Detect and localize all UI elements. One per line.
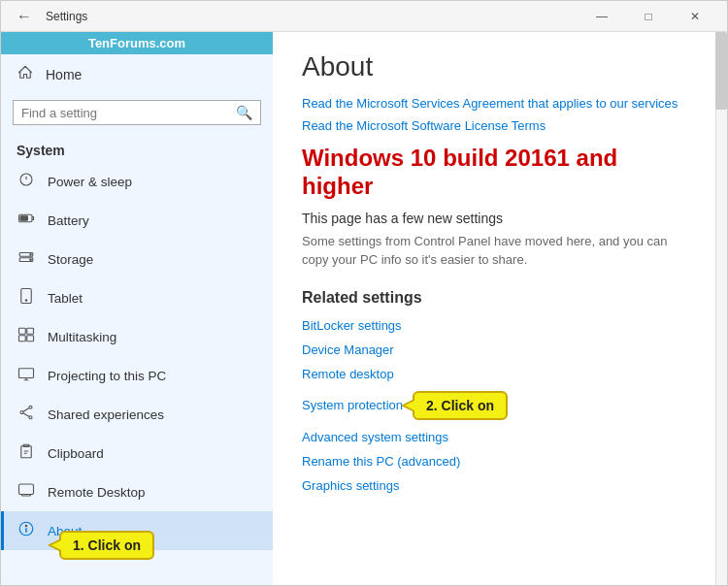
callout-about: 1. Click on bbox=[59, 531, 154, 560]
related-link-advanced-system[interactable]: Advanced system settings bbox=[302, 430, 686, 444]
sidebar-item-clipboard[interactable]: Clipboard bbox=[1, 434, 273, 472]
related-link-remote-desktop[interactable]: Remote desktop bbox=[302, 367, 686, 381]
svg-point-6 bbox=[30, 259, 32, 261]
content-panel: About Read the Microsoft Services Agreem… bbox=[273, 32, 715, 585]
svg-rect-18 bbox=[21, 446, 32, 458]
battery-icon bbox=[17, 210, 36, 231]
svg-rect-2 bbox=[20, 216, 28, 221]
tablet-icon bbox=[17, 287, 36, 309]
svg-point-5 bbox=[30, 254, 32, 256]
maximize-button[interactable]: □ bbox=[626, 1, 671, 32]
about-title: About bbox=[302, 51, 686, 82]
sidebar-item-label: Storage bbox=[48, 252, 93, 267]
svg-point-8 bbox=[25, 300, 27, 302]
sidebar-item-projecting[interactable]: Projecting to this PC bbox=[1, 356, 273, 395]
related-link-system-protection[interactable]: System protection bbox=[302, 398, 403, 412]
sidebar-item-label: Projecting to this PC bbox=[48, 369, 166, 383]
home-icon bbox=[17, 64, 34, 84]
title-bar: ← Settings — □ ✕ bbox=[1, 1, 727, 32]
sidebar-item-tablet[interactable]: Tablet bbox=[1, 278, 273, 317]
scrollbar[interactable] bbox=[715, 32, 727, 585]
sidebar-item-remote[interactable]: Remote Desktop bbox=[1, 472, 273, 511]
callout-system-protection: 2. Click on bbox=[413, 391, 508, 420]
sidebar-item-label: Tablet bbox=[48, 291, 83, 306]
svg-rect-12 bbox=[27, 336, 34, 342]
ms-services-link[interactable]: Read the Microsoft Services Agreement th… bbox=[302, 96, 686, 111]
search-icon: 🔍 bbox=[236, 105, 252, 120]
shared-icon bbox=[17, 404, 36, 425]
sidebar-item-label: Shared experiences bbox=[48, 407, 164, 422]
related-link-graphics[interactable]: Graphics settings bbox=[302, 478, 686, 493]
svg-rect-11 bbox=[19, 336, 26, 342]
storage-icon bbox=[17, 248, 36, 270]
related-link-rename-pc[interactable]: Rename this PC (advanced) bbox=[302, 454, 686, 469]
svg-point-15 bbox=[20, 411, 23, 414]
power-icon bbox=[17, 171, 36, 192]
sidebar-item-label: Battery bbox=[48, 213, 89, 228]
svg-rect-10 bbox=[27, 328, 34, 334]
sidebar-item-label: Remote Desktop bbox=[48, 485, 146, 500]
svg-point-21 bbox=[25, 525, 27, 527]
sidebar: TenForums.com Home 🔍 System Power & bbox=[1, 32, 273, 585]
back-button[interactable]: ← bbox=[11, 3, 38, 30]
search-bar[interactable]: 🔍 bbox=[13, 100, 261, 125]
callout-system-text: 2. Click on bbox=[413, 391, 508, 420]
remote-icon bbox=[17, 481, 36, 503]
page-has-text: This page has a few new settings bbox=[302, 211, 686, 226]
svg-point-16 bbox=[29, 416, 32, 419]
ms-license-link[interactable]: Read the Microsoft Software License Term… bbox=[302, 118, 686, 133]
page-desc: Some settings from Control Panel have mo… bbox=[302, 232, 686, 270]
multitasking-icon bbox=[17, 326, 36, 347]
sidebar-section-title: System bbox=[1, 135, 273, 162]
main-content: TenForums.com Home 🔍 System Power & bbox=[1, 32, 727, 585]
sidebar-item-storage[interactable]: Storage bbox=[1, 240, 273, 278]
sidebar-item-battery[interactable]: Battery bbox=[1, 201, 273, 240]
search-input[interactable] bbox=[21, 106, 230, 120]
callout-about-text: 1. Click on bbox=[59, 531, 154, 560]
sidebar-item-power-sleep[interactable]: Power & sleep bbox=[1, 162, 273, 201]
highlight-text: Windows 10 build 20161 and higher bbox=[302, 145, 686, 201]
sidebar-item-label: Power & sleep bbox=[48, 175, 132, 189]
related-settings-title: Related settings bbox=[302, 289, 686, 307]
settings-window: ← Settings — □ ✕ TenForums.com Home 🔍 bbox=[0, 0, 728, 586]
system-protection-row: System protection 2. Click on bbox=[302, 391, 686, 420]
svg-rect-9 bbox=[19, 328, 26, 334]
sidebar-item-multitasking[interactable]: Multitasking bbox=[1, 317, 273, 356]
close-button[interactable]: ✕ bbox=[673, 1, 717, 32]
projecting-icon bbox=[17, 365, 36, 386]
sidebar-item-label: Clipboard bbox=[48, 446, 104, 461]
svg-rect-19 bbox=[19, 484, 34, 495]
sidebar-item-shared[interactable]: Shared experiences bbox=[1, 395, 273, 434]
about-icon bbox=[17, 520, 36, 541]
related-link-bitlocker[interactable]: BitLocker settings bbox=[302, 318, 686, 333]
window-title: Settings bbox=[46, 10, 87, 23]
related-link-device-manager[interactable]: Device Manager bbox=[302, 342, 686, 357]
svg-rect-13 bbox=[19, 369, 34, 378]
minimize-button[interactable]: — bbox=[579, 1, 624, 32]
clipboard-icon bbox=[17, 442, 36, 464]
home-nav-item[interactable]: Home bbox=[1, 54, 273, 94]
about-item-wrapper: About 1. Click on bbox=[1, 511, 273, 550]
window-controls: — □ ✕ bbox=[579, 1, 717, 32]
watermark-banner: TenForums.com bbox=[1, 32, 273, 54]
scroll-thumb[interactable] bbox=[715, 32, 727, 110]
home-label: Home bbox=[46, 67, 82, 82]
sidebar-item-label: Multitasking bbox=[48, 330, 116, 344]
svg-point-14 bbox=[29, 406, 32, 408]
